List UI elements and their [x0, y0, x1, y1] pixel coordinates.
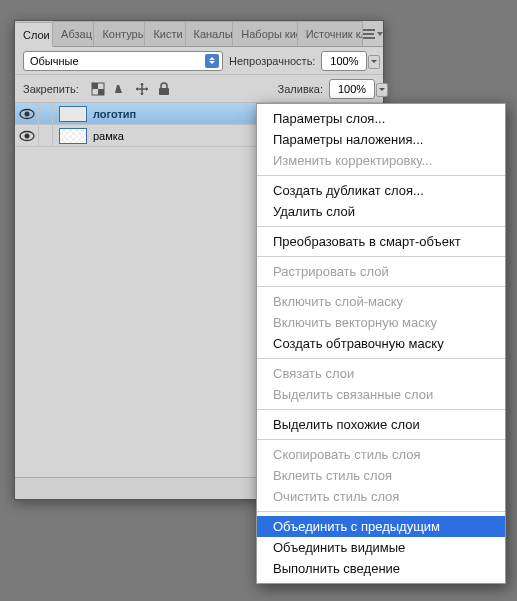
menu-item[interactable]: Создать обтравочную маску [257, 333, 505, 354]
menu-item: Связать слои [257, 363, 505, 384]
opacity-input[interactable]: 100% [321, 51, 367, 71]
eye-icon [19, 108, 35, 120]
menu-item: Очистить стиль слоя [257, 486, 505, 507]
opacity-value: 100% [330, 55, 358, 67]
link-column [39, 125, 53, 146]
menu-item: Включить слой-маску [257, 291, 505, 312]
tab-brushes[interactable]: Кисти [145, 21, 185, 46]
menu-item: Изменить корректировку... [257, 150, 505, 171]
chevron-down-icon[interactable] [368, 55, 380, 69]
menu-item[interactable]: Объединить с предыдущим [257, 516, 505, 537]
lock-position-icon[interactable] [133, 80, 151, 98]
tab-channels[interactable]: Каналы [186, 21, 234, 46]
tab-presets[interactable]: Наборы кис [233, 21, 297, 46]
layer-thumbnail[interactable] [59, 128, 87, 144]
layer-thumbnail[interactable] [59, 106, 87, 122]
tab-paragraph[interactable]: Абзац [53, 21, 94, 46]
lock-transparency-icon[interactable] [89, 80, 107, 98]
lock-fill-row: Закрепить: Заливка: 100% [15, 75, 383, 103]
menu-separator [257, 511, 505, 512]
tab-paths[interactable]: Контуры [94, 21, 145, 46]
fill-label: Заливка: [278, 83, 323, 95]
tab-clone-source[interactable]: Источник кл [298, 21, 363, 46]
visibility-toggle[interactable] [15, 103, 39, 124]
link-column [39, 103, 53, 124]
menu-separator [257, 409, 505, 410]
blend-opacity-row: Обычные Непрозрачность: 100% [15, 47, 383, 75]
fill-value: 100% [338, 83, 366, 95]
menu-separator [257, 439, 505, 440]
lock-pixels-icon[interactable] [111, 80, 129, 98]
fill-input[interactable]: 100% [329, 79, 375, 99]
chevron-down-icon [377, 32, 383, 36]
opacity-label: Непрозрачность: [229, 55, 315, 67]
menu-item[interactable]: Выполнить сведение [257, 558, 505, 579]
menu-item[interactable]: Удалить слой [257, 201, 505, 222]
menu-item: Скопировать стиль слоя [257, 444, 505, 465]
select-arrows-icon [205, 54, 219, 68]
svg-point-5 [24, 111, 29, 116]
layer-name: рамка [93, 130, 124, 142]
menu-item[interactable]: Параметры слоя... [257, 108, 505, 129]
tab-layers[interactable]: Слои [15, 22, 53, 47]
svg-rect-1 [92, 83, 98, 89]
menu-item: Вклеить стиль слоя [257, 465, 505, 486]
menu-item[interactable]: Параметры наложения... [257, 129, 505, 150]
menu-item[interactable]: Объединить видимые [257, 537, 505, 558]
layer-name: логотип [93, 108, 136, 120]
layer-context-menu: Параметры слоя...Параметры наложения...И… [256, 103, 506, 584]
eye-icon [19, 130, 35, 142]
svg-rect-3 [159, 88, 169, 95]
menu-separator [257, 226, 505, 227]
menu-separator [257, 175, 505, 176]
panel-tabbar: Слои Абзац Контуры Кисти Каналы Наборы к… [15, 21, 383, 47]
menu-item: Растрировать слой [257, 261, 505, 282]
menu-separator [257, 286, 505, 287]
lock-label: Закрепить: [23, 83, 79, 95]
menu-item[interactable]: Выделить похожие слои [257, 414, 505, 435]
svg-rect-2 [98, 89, 104, 95]
svg-point-7 [24, 133, 29, 138]
lock-all-icon[interactable] [155, 80, 173, 98]
menu-item[interactable]: Создать дубликат слоя... [257, 180, 505, 201]
blend-mode-select[interactable]: Обычные [23, 51, 223, 71]
menu-item: Включить векторную маску [257, 312, 505, 333]
panel-menu-button[interactable] [363, 22, 383, 46]
chevron-down-icon[interactable] [376, 83, 388, 97]
menu-item[interactable]: Преобразовать в смарт-объект [257, 231, 505, 252]
visibility-toggle[interactable] [15, 125, 39, 146]
menu-separator [257, 358, 505, 359]
hamburger-icon [363, 33, 374, 35]
menu-separator [257, 256, 505, 257]
blend-mode-value: Обычные [30, 55, 79, 67]
menu-item: Выделить связанные слои [257, 384, 505, 405]
